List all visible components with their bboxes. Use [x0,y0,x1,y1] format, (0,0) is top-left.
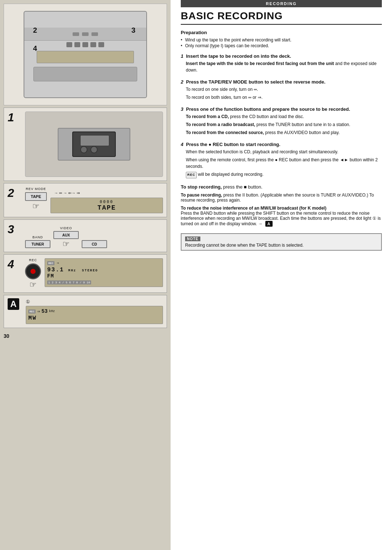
pause-bold: To pause recording, [181,193,222,198]
step2-inner: REV MODE TAPE ☞ → ═ → ⇐→ ⇒ 0000 TAPE [25,187,163,213]
step3-heading-text: Press one of the function buttons and pr… [186,106,350,112]
a-rec-badge: REC [28,310,36,314]
preparation-title: Preparation [181,30,382,35]
step4-heading-text: Press the ● REC button to start recordin… [186,142,280,147]
step3-line3: To record from the connected source, pre… [186,129,382,136]
cd-btn-group: CD [82,240,107,248]
rec-display-fm: FM [47,273,160,279]
reduce-noise-block: To reduce the noise interference of an M… [181,206,382,227]
prep-bullet-2: Only normal (type I) tapes can be record… [185,43,382,48]
page-number: 30 [4,333,167,339]
pause-recording-line: To pause recording, press the II button.… [181,193,382,203]
rec-stereo: STEREO [82,269,98,272]
tuner-button[interactable]: TUNER [25,240,50,248]
rec-inline-badge: REC [186,172,197,178]
step3-content: BAND TUNER VIDEO AUX ☞ CD [25,226,163,248]
tape-deck-illustration [25,112,163,177]
step3-line2: To record from a radio broadcast, press … [186,121,382,128]
step4-body: When the selected function is CD, playba… [186,149,382,178]
seg-display-digits: 0000 TAPE [50,198,163,213]
panel-a-content: ① REC ⇒ 53 kHz MW [26,299,163,324]
step1-heading: 1 Insert the tape to be recorded on into… [181,53,382,59]
rev-mode-label: REV MODE [26,187,46,191]
device-top-bar [24,28,146,41]
step1-panel: 1 [4,108,167,181]
rec-freq-value: 93.1 [47,267,64,273]
step2-panel: 2 REV MODE TAPE ☞ → ═ → ⇐→ ⇒ 0000 TAPE [4,183,167,217]
step1-bold-start: Insert the tape with the side to be reco… [186,61,334,66]
step3-bold3: To record from the connected source, [186,130,264,135]
seg-digits: 0000 [54,199,160,204]
step1-content [25,112,163,177]
device-ctrl-3 [82,42,88,47]
a-display-row: REC ⇒ 53 kHz [28,308,160,314]
step3-block: 3 Press one of the function buttons and … [181,106,382,137]
step2-line1: To record on one side only, turn on ═. [186,86,382,93]
step3-panel: 3 BAND TUNER VIDEO AUX ☞ [4,219,167,252]
device-label-3: 3 [131,26,135,35]
device-small-btn-3 [91,32,98,36]
step1-block: 1 Insert the tape to be recorded on into… [181,53,382,75]
device-label-4: 4 [33,44,37,53]
seg-tape-label: TAPE [54,204,160,211]
step2-content: REV MODE TAPE ☞ → ═ → ⇐→ ⇒ 0000 TAPE [25,187,163,213]
preset-grid: 1 2 3 4 / 5 6 7 8 / 9 10 [47,280,91,284]
device-label-2: 2 [33,26,37,35]
rec-display-top: REC ⇒ [47,261,160,265]
step2-heading-text: Press the TAPE/REV MODE button to select… [186,79,325,85]
stop-recording-line: To stop recording, press the ■ button. [181,184,382,190]
a-arrow: ⇒ [37,308,40,314]
a-display: REC ⇒ 53 kHz MW [26,306,163,324]
step3-body: To record from a CD, press the CD button… [186,113,382,136]
note-text: Recording cannot be done when the TAPE b… [185,243,377,248]
step4-line1: When the selected function is CD, playba… [186,149,382,155]
aux-button[interactable]: AUX [53,231,79,239]
cd-button[interactable]: CD [82,240,107,248]
panel-a-dot: ① [26,299,163,304]
device-image: 2 3 4 [24,11,147,98]
device-small-btn-1 [73,32,79,36]
stop-bold: To stop recording, [181,184,222,190]
video-label: VIDEO [60,226,72,230]
rec-indicator: ⇒ [57,261,59,265]
tape-button-step2[interactable]: TAPE [25,192,47,201]
step1-body: Insert the tape with the side to be reco… [186,60,382,73]
rec-circle-button[interactable] [25,263,41,279]
rec-badge: REC [47,261,54,265]
step4-number: 4 [8,258,14,271]
recording-header: RECORDING [181,0,382,7]
a-khz: kHz [49,310,55,313]
step1-body-text: Insert the tape with the side to be reco… [186,60,382,73]
step2-body: To record on one side only, turn on ═. T… [186,86,382,101]
reduce-noise-heading: To reduce the noise interference of an M… [181,206,382,211]
step4-line3: REC will be displayed during recording. [186,171,382,178]
arrow-display: → ═ → ⇐→ ⇒ [54,191,163,195]
finger-cursor-step4: ☞ [29,281,37,289]
left-column: 2 3 4 1 [0,0,171,550]
arrow-sequence: → ═ → ⇐→ ⇒ [54,191,80,195]
note-label: NOTE [185,236,200,241]
a-freq: 53 [41,308,48,314]
step4-line2: When using the remote control, first pre… [186,157,382,170]
cd-label: CD [92,242,97,246]
step3-num: 3 [181,106,183,112]
finger-cursor-step2: ☞ [32,202,40,210]
step3-buttons: BAND TUNER VIDEO AUX ☞ CD [25,226,163,248]
rec-button-area: REC ☞ [25,258,41,289]
step2-display-area: → ═ → ⇐→ ⇒ 0000 TAPE [50,187,163,213]
step3-bold1: To record from a CD, [186,114,229,119]
step4-block: 4 Press the ● REC button to start record… [181,142,382,180]
device-display [37,51,134,63]
step4-content: REC ☞ REC ⇒ 93.1 MHz [25,258,163,289]
page-title: BASIC RECORDING [181,10,382,25]
step4-num: 4 [181,142,183,147]
step3-line1: To record from a CD, press the CD button… [186,113,382,120]
device-small-btn-2 [82,32,89,36]
rec-display-freq: 93.1 MHz STEREO [47,267,160,273]
step4-display-area: REC ⇒ 93.1 MHz STEREO FM 1 2 3 4 / 5 6 7… [45,258,163,289]
rec-dot [30,269,36,274]
aux-label: AUX [62,233,70,237]
device-ctrl-2 [74,42,80,47]
step4-heading: 4 Press the ● REC button to start record… [181,142,382,147]
rev-mode-section: REV MODE TAPE ☞ [25,187,47,210]
